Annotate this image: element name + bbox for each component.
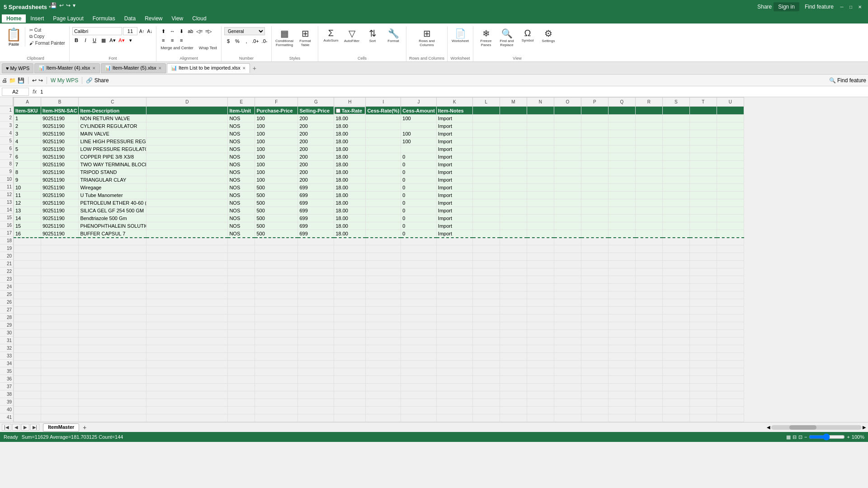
- cell-data-r3-c16[interactable]: [608, 122, 635, 130]
- cell-empty-r25-c10[interactable]: [436, 291, 472, 299]
- cell-data-r14-c14[interactable]: [554, 207, 581, 215]
- autofilter-button[interactable]: ▽ AutoFilter: [342, 27, 362, 53]
- cell-data-r2-c3[interactable]: [146, 115, 228, 122]
- cell-empty-r31-c1[interactable]: [41, 338, 79, 345]
- cell-empty-r19-c5[interactable]: [255, 245, 298, 253]
- col-header-f[interactable]: F: [255, 98, 298, 107]
- cell-empty-r24-c4[interactable]: [228, 284, 255, 291]
- cell-empty-r30-c0[interactable]: [14, 330, 41, 338]
- tab-item-master-5[interactable]: 📊 Item-Master (5).xlsx ✕: [101, 63, 166, 73]
- cell-data-r7-c18[interactable]: [662, 153, 689, 161]
- cell-data-r7-c3[interactable]: [146, 153, 228, 161]
- cell-empty-r24-c12[interactable]: [500, 284, 527, 291]
- align-left-button[interactable]: ≡: [159, 36, 167, 44]
- cell-empty-r31-c17[interactable]: [635, 338, 662, 345]
- cell-empty-r21-c17[interactable]: [635, 261, 662, 268]
- col-header-h[interactable]: H: [334, 98, 366, 107]
- cell-data-r14-c6[interactable]: 699: [298, 207, 334, 215]
- cell-data-r6-c5[interactable]: 100: [255, 145, 298, 153]
- cell-empty-r23-c8[interactable]: [366, 276, 401, 284]
- cell-empty-r32-c11[interactable]: [472, 345, 500, 353]
- cell-empty-r39-c5[interactable]: [255, 399, 298, 407]
- cell-data-r6-c6[interactable]: 200: [298, 145, 334, 153]
- cell-empty-r23-c19[interactable]: [689, 276, 717, 284]
- cell-data-r14-c10[interactable]: Import: [436, 207, 472, 215]
- cell-empty-r30-c12[interactable]: [500, 330, 527, 338]
- cell-data-r17-c5[interactable]: 500: [255, 230, 298, 238]
- cell-empty-r27-c1[interactable]: [41, 307, 79, 314]
- cell-empty-r33-c8[interactable]: [366, 353, 401, 361]
- cell-empty-r21-c14[interactable]: [554, 261, 581, 268]
- cell-data-r17-c7[interactable]: 18.00: [334, 230, 366, 238]
- cell-empty-r29-c17[interactable]: [635, 322, 662, 330]
- cell-empty-r27-c4[interactable]: [228, 307, 255, 314]
- cell-data-r16-c18[interactable]: [662, 222, 689, 230]
- cell-empty-r32-c8[interactable]: [366, 345, 401, 353]
- cell-data-r2-c6[interactable]: 200: [298, 115, 334, 122]
- cell-empty-r38-c19[interactable]: [689, 391, 717, 399]
- cut-button[interactable]: ✂ Cut: [28, 27, 66, 33]
- cell-data-r17-c14[interactable]: [554, 230, 581, 238]
- cell-data-r15-c2[interactable]: Bendtriazole 500 Gm: [79, 215, 146, 222]
- row-16[interactable]: 16: [0, 221, 13, 229]
- cell-data-r3-c11[interactable]: [472, 122, 500, 130]
- cell-data-r3-c19[interactable]: [689, 122, 717, 130]
- cell-empty-r40-c19[interactable]: [689, 407, 717, 414]
- cell-data-r3-c13[interactable]: [527, 122, 554, 130]
- cell-empty-r33-c18[interactable]: [662, 353, 689, 361]
- cell-data-r16-c12[interactable]: [500, 222, 527, 230]
- cell-empty-r25-c0[interactable]: [14, 291, 41, 299]
- menu-data[interactable]: Data: [120, 14, 140, 23]
- cell-data-r6-c18[interactable]: [662, 145, 689, 153]
- cell-empty-r32-c0[interactable]: [14, 345, 41, 353]
- cell-empty-r41-c19[interactable]: [689, 414, 717, 422]
- share-label[interactable]: Share: [757, 4, 772, 10]
- find-feature-toolbar[interactable]: 🔍 Find feature: [829, 77, 866, 84]
- cell-data-r4-c19[interactable]: [689, 130, 717, 138]
- cell-data-r14-c5[interactable]: 500: [255, 207, 298, 215]
- cell-data-r17-c18[interactable]: [662, 230, 689, 238]
- cell-data-r14-c4[interactable]: NOS: [228, 207, 255, 215]
- cell-empty-r31-c11[interactable]: [472, 338, 500, 345]
- cell-empty-r33-c4[interactable]: [228, 353, 255, 361]
- cell-empty-r35-c14[interactable]: [554, 368, 581, 376]
- view-normal-icon[interactable]: ▦: [786, 434, 791, 440]
- cell-data-r3-c17[interactable]: [635, 122, 662, 130]
- cell-empty-r28-c12[interactable]: [500, 314, 527, 322]
- cell-data-r12-c11[interactable]: [472, 192, 500, 199]
- cell-data-r16-c17[interactable]: [635, 222, 662, 230]
- cell-data-r4-c4[interactable]: NOS: [228, 130, 255, 138]
- cell-empty-r20-c8[interactable]: [366, 253, 401, 261]
- col-header-o[interactable]: O: [554, 98, 581, 107]
- cell-empty-r23-c13[interactable]: [527, 276, 554, 284]
- cell-data-r9-c12[interactable]: [500, 169, 527, 176]
- cell-data-r9-c11[interactable]: [472, 169, 500, 176]
- menu-view[interactable]: View: [167, 14, 188, 23]
- cell-data-r7-c5[interactable]: 100: [255, 153, 298, 161]
- cell-empty-r27-c9[interactable]: [401, 307, 437, 314]
- cell-empty-r27-c18[interactable]: [662, 307, 689, 314]
- cell-empty-r35-c19[interactable]: [689, 368, 717, 376]
- cell-empty-r35-c3[interactable]: [146, 368, 228, 376]
- formula-input[interactable]: [40, 88, 866, 96]
- cell-empty-r29-c9[interactable]: [401, 322, 437, 330]
- cell-empty-r36-c7[interactable]: [334, 376, 366, 384]
- cell-empty-r36-c14[interactable]: [554, 376, 581, 384]
- cell-empty-r23-c9[interactable]: [401, 276, 437, 284]
- cell-data-r10-c17[interactable]: [635, 176, 662, 184]
- cell-data-r13-c9[interactable]: 0: [401, 199, 437, 207]
- cell-empty-r31-c4[interactable]: [228, 338, 255, 345]
- horizontal-scrollbar[interactable]: [771, 425, 862, 430]
- cell-empty-r25-c5[interactable]: [255, 291, 298, 299]
- cell-data-r14-c8[interactable]: [366, 207, 401, 215]
- cell-empty-r22-c0[interactable]: [14, 268, 41, 276]
- col-header-t[interactable]: T: [689, 98, 717, 107]
- cell-empty-r24-c1[interactable]: [41, 284, 79, 291]
- cell-empty-r28-c15[interactable]: [581, 314, 608, 322]
- cell-empty-r22-c18[interactable]: [662, 268, 689, 276]
- cell-data-r8-c17[interactable]: [635, 161, 662, 169]
- cell-empty-r36-c17[interactable]: [635, 376, 662, 384]
- cell-empty-r35-c1[interactable]: [41, 368, 79, 376]
- cell-data-r9-c2[interactable]: TRIPOD STAND: [79, 169, 146, 176]
- cell-empty-r40-c5[interactable]: [255, 407, 298, 414]
